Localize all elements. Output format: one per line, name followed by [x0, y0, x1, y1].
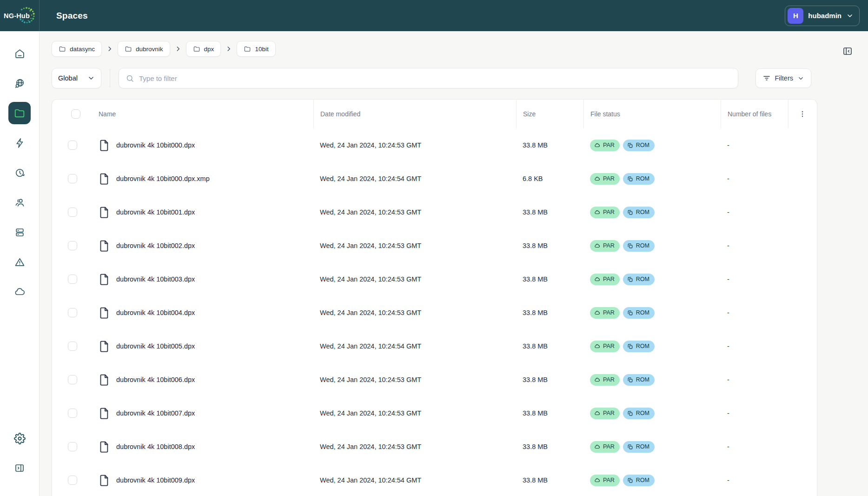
sidebar-item-spaces[interactable]: [8, 102, 31, 124]
copy-icon: [627, 477, 633, 483]
number-of-files: -: [721, 242, 788, 249]
table-row[interactable]: dubrovnik 4k 10bit009.dpx Wed, 24 Jan 20…: [60, 463, 809, 496]
file-size: 33.8 MB: [516, 409, 583, 417]
number-of-files: -: [721, 208, 788, 216]
history-clock-icon: [14, 167, 26, 179]
file-name: dubrovnik 4k 10bit001.dpx: [116, 208, 195, 216]
row-checkbox[interactable]: [68, 174, 77, 183]
sidebar-item-discover[interactable]: [8, 72, 31, 94]
breadcrumb-label: 10bit: [255, 46, 268, 53]
cloud-icon: [594, 276, 600, 282]
collapse-panel-button[interactable]: [842, 46, 853, 57]
folder-icon: [125, 45, 132, 53]
status-badge-rom: ROM: [623, 173, 655, 185]
status-label: ROM: [636, 209, 649, 215]
sidebar-item-storage[interactable]: [8, 221, 31, 243]
row-checkbox[interactable]: [68, 241, 77, 250]
row-checkbox[interactable]: [68, 375, 77, 384]
status-label: ROM: [636, 309, 649, 316]
table-row[interactable]: dubrovnik 4k 10bit004.dpx Wed, 24 Jan 20…: [60, 296, 809, 329]
breadcrumb-item[interactable]: dubrovnik: [118, 41, 170, 57]
row-checkbox[interactable]: [68, 342, 77, 351]
status-label: PAR: [603, 309, 615, 316]
chevron-down-icon: [87, 74, 95, 82]
status-label: PAR: [603, 443, 615, 450]
status-badge-par: PAR: [590, 374, 620, 386]
filters-label: Filters: [775, 74, 793, 82]
scope-select[interactable]: Global: [52, 68, 101, 88]
status-badge-rom: ROM: [623, 341, 655, 352]
sidebar-item-history[interactable]: [8, 161, 31, 184]
main-content: datasync dubrovnik dpx: [40, 31, 868, 496]
status-label: ROM: [636, 175, 649, 182]
file-size: 33.8 MB: [516, 275, 583, 283]
file-status: PAR ROM: [583, 240, 721, 252]
table-row[interactable]: dubrovnik 4k 10bit005.dpx Wed, 24 Jan 20…: [60, 329, 809, 363]
user-menu[interactable]: H hubadmin: [785, 6, 860, 26]
row-checkbox[interactable]: [68, 409, 77, 418]
sidebar-item-settings[interactable]: [8, 427, 31, 449]
table-row[interactable]: dubrovnik 4k 10bit000.dpx Wed, 24 Jan 20…: [60, 128, 809, 162]
status-badge-rom: ROM: [623, 207, 655, 218]
cloud-icon: [594, 310, 600, 316]
table-row[interactable]: dubrovnik 4k 10bit001.dpx Wed, 24 Jan 20…: [60, 195, 809, 229]
status-badge-rom: ROM: [623, 475, 655, 486]
table-row[interactable]: dubrovnik 4k 10bit003.dpx Wed, 24 Jan 20…: [60, 262, 809, 296]
file-name: dubrovnik 4k 10bit004.dpx: [116, 309, 195, 316]
file-icon: [99, 206, 110, 219]
sidebar-expand-panel[interactable]: [8, 457, 31, 479]
row-checkbox[interactable]: [68, 208, 77, 217]
copy-icon: [627, 343, 633, 349]
file-icon: [99, 340, 110, 353]
status-badge-par: PAR: [590, 173, 620, 185]
copy-icon: [627, 310, 633, 316]
table-row[interactable]: dubrovnik 4k 10bit000.dpx.xmp Wed, 24 Ja…: [60, 162, 809, 195]
chevron-down-icon: [797, 75, 804, 82]
breadcrumb: datasync dubrovnik dpx: [52, 41, 868, 57]
row-checkbox[interactable]: [68, 476, 77, 485]
app-logo[interactable]: NG-Hub: [0, 0, 40, 31]
row-checkbox[interactable]: [68, 442, 77, 451]
collapse-panel-icon: [842, 46, 853, 57]
table-row[interactable]: dubrovnik 4k 10bit006.dpx Wed, 24 Jan 20…: [60, 363, 809, 396]
user-name: hubadmin: [808, 12, 841, 20]
date-modified: Wed, 24 Jan 2024, 10:24:53 GMT: [313, 242, 516, 249]
date-modified: Wed, 24 Jan 2024, 10:24:54 GMT: [313, 175, 516, 182]
breadcrumb-label: dubrovnik: [136, 46, 163, 53]
column-header-number-of-files: Number of files: [721, 100, 788, 128]
file-icon: [99, 441, 110, 453]
search-input[interactable]: [139, 74, 731, 82]
breadcrumb-item[interactable]: datasync: [52, 41, 102, 57]
breadcrumb-item[interactable]: dpx: [186, 41, 221, 57]
sidebar-item-alerts[interactable]: [8, 251, 31, 273]
breadcrumb-item[interactable]: 10bit: [237, 41, 275, 57]
sidebar-item-activity[interactable]: [8, 132, 31, 154]
sidebar-item-home[interactable]: [8, 42, 31, 65]
date-modified: Wed, 24 Jan 2024, 10:24:53 GMT: [313, 443, 516, 450]
table-row[interactable]: dubrovnik 4k 10bit002.dpx Wed, 24 Jan 20…: [60, 229, 809, 262]
row-checkbox[interactable]: [68, 141, 77, 150]
chevron-right-icon: [175, 46, 181, 52]
sidebar-item-cloud[interactable]: [8, 281, 31, 303]
filters-button[interactable]: Filters: [755, 68, 811, 88]
table-row[interactable]: dubrovnik 4k 10bit007.dpx Wed, 24 Jan 20…: [60, 396, 809, 430]
row-checkbox[interactable]: [68, 275, 77, 284]
file-icon: [99, 139, 110, 152]
number-of-files: -: [721, 141, 788, 149]
table-row[interactable]: dubrovnik 4k 10bit008.dpx Wed, 24 Jan 20…: [60, 430, 809, 463]
status-badge-par: PAR: [590, 341, 620, 352]
file-icon: [99, 474, 110, 487]
file-name: dubrovnik 4k 10bit009.dpx: [116, 476, 195, 484]
topbar: NG-Hub Spaces H hubadmin: [0, 0, 868, 31]
file-size: 33.8 MB: [516, 208, 583, 216]
column-settings-button[interactable]: [788, 100, 809, 128]
file-name: dubrovnik 4k 10bit002.dpx: [116, 242, 195, 249]
avatar: H: [788, 8, 803, 24]
copy-icon: [627, 444, 633, 450]
sidebar-item-users[interactable]: [8, 191, 31, 214]
select-all-checkbox[interactable]: [71, 109, 80, 119]
cloud-icon: [594, 209, 600, 215]
chevron-right-icon: [225, 46, 232, 52]
number-of-files: -: [721, 275, 788, 283]
row-checkbox[interactable]: [68, 308, 77, 317]
